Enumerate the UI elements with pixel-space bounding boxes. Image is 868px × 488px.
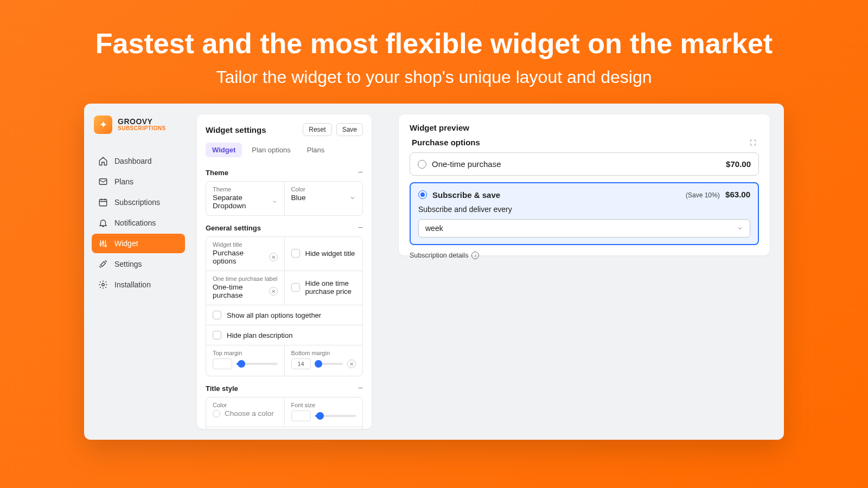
- field-label: Widget title: [213, 241, 278, 248]
- font-size-input[interactable]: [291, 410, 311, 421]
- field-label: Font size: [291, 402, 356, 408]
- bottom-margin-input[interactable]: [291, 358, 311, 369]
- interval-select[interactable]: week: [418, 219, 750, 237]
- show-all-together-checkbox[interactable]: [213, 311, 221, 319]
- clear-icon[interactable]: ✕: [269, 253, 278, 261]
- collapse-icon[interactable]: −: [358, 223, 363, 232]
- nav-label: Subscriptions: [114, 198, 160, 207]
- info-icon: i: [471, 252, 479, 259]
- chevron-down-icon: [349, 195, 356, 201]
- bottom-margin-slider[interactable]: [315, 363, 343, 365]
- tab-plan-options[interactable]: Plan options: [245, 143, 297, 157]
- collapse-icon[interactable]: −: [358, 384, 363, 393]
- svg-point-4: [105, 245, 106, 247]
- hero-title: Fastest and the most flexible widget on …: [95, 27, 773, 60]
- option-subscribe[interactable]: Subscribe & save (Save 10%) $63.00 Subsc…: [410, 182, 759, 245]
- preview-title: Widget preview: [410, 123, 469, 132]
- top-margin-slider[interactable]: [237, 363, 278, 365]
- sub-details-label: Subscription details: [410, 252, 468, 259]
- clear-icon[interactable]: ✕: [269, 287, 278, 296]
- general-panel: Widget title Purchase options ✕ Hide wid…: [206, 236, 363, 376]
- color-placeholder: Choose a color: [225, 409, 274, 418]
- field-label: Color: [213, 402, 278, 408]
- svg-point-3: [103, 242, 104, 243]
- sidebar-item-subscriptions[interactable]: Subscriptions: [92, 192, 185, 212]
- hide-plan-desc-checkbox[interactable]: [213, 331, 221, 339]
- svg-rect-1: [99, 200, 107, 206]
- purchase-options-title: Purchase options: [412, 138, 480, 147]
- expand-icon[interactable]: [749, 139, 757, 146]
- color-select[interactable]: Color Blue: [284, 182, 363, 215]
- chevron-down-icon: [737, 225, 743, 232]
- widget-title-value: Purchase options: [213, 249, 266, 265]
- top-margin-input[interactable]: [213, 358, 232, 369]
- nav-label: Dashboard: [114, 157, 152, 165]
- theme-select[interactable]: Theme Separate Dropdown: [206, 182, 284, 215]
- field-label: Top margin: [213, 350, 278, 356]
- save-button[interactable]: Save: [336, 123, 363, 136]
- nav-label: Settings: [114, 260, 142, 268]
- section-general-title: General settings: [206, 224, 261, 232]
- hero-subtitle: Tailor the widget to your shop's unique …: [95, 67, 773, 87]
- gear-icon: [98, 280, 108, 290]
- hide-one-time-price-checkbox[interactable]: [291, 283, 300, 292]
- sidebar-item-plans[interactable]: Plans: [92, 172, 185, 191]
- tools-icon: [98, 259, 108, 269]
- reset-button[interactable]: Reset: [303, 123, 331, 136]
- field-label: Theme: [213, 186, 278, 192]
- checkbox-label: Hide widget title: [305, 249, 355, 258]
- sidebar-item-notifications[interactable]: Notifications: [92, 213, 185, 233]
- nav-label: Installation: [114, 280, 151, 289]
- envelope-icon: [98, 177, 108, 187]
- title-style-panel: Color Choose a color Font size: [206, 397, 363, 429]
- theme-value: Separate Dropdown: [213, 194, 269, 210]
- field-label: Bottom margin: [291, 350, 356, 356]
- option-label: Subscribe & save: [432, 190, 500, 200]
- sidebar-item-widget[interactable]: Widget: [92, 234, 185, 253]
- clear-icon[interactable]: ✕: [347, 359, 356, 368]
- tab-plans[interactable]: Plans: [301, 143, 331, 157]
- widget-preview-card: Widget preview Purchase options One-time…: [399, 114, 770, 255]
- settings-title: Widget settings: [206, 125, 266, 134]
- svg-point-2: [100, 243, 101, 245]
- checkbox-label: Show all plan options together: [227, 311, 321, 319]
- nav-label: Notifications: [114, 219, 156, 227]
- sidebar-item-installation[interactable]: Installation: [92, 275, 185, 294]
- font-size-slider[interactable]: [315, 415, 356, 417]
- one-time-label-value: One-time purchase: [213, 283, 266, 299]
- chevron-down-icon: [272, 198, 277, 205]
- brand-name: GROOVY: [118, 118, 166, 126]
- interval-value: week: [425, 224, 443, 233]
- hide-widget-title-checkbox[interactable]: [291, 249, 300, 258]
- widget-settings-card: Widget settings Reset Save Widget Plan o…: [197, 114, 372, 429]
- home-icon: [98, 156, 108, 166]
- section-theme-title: Theme: [206, 169, 228, 177]
- field-label: Color: [291, 186, 356, 192]
- brand-tagline: SUBSCRIPTIONS: [118, 126, 166, 132]
- subscribe-price: $63.00: [725, 190, 750, 199]
- one-time-price: $70.00: [726, 159, 751, 169]
- one-time-label-input[interactable]: One time purchase label One-time purchas…: [206, 271, 284, 305]
- sidebar-item-dashboard[interactable]: Dashboard: [92, 151, 185, 171]
- radio-icon: [418, 160, 426, 169]
- sidebar: ✦ GROOVY SUBSCRIPTIONS Dashboard Plans S…: [84, 104, 193, 440]
- widget-title-input[interactable]: Widget title Purchase options ✕: [206, 237, 284, 271]
- nav-label: Widget: [114, 239, 138, 248]
- subscription-details-link[interactable]: Subscription details i: [410, 252, 759, 259]
- sidebar-item-settings[interactable]: Settings: [92, 254, 185, 274]
- color-swatch-icon: [213, 410, 220, 418]
- color-value: Blue: [291, 194, 306, 202]
- option-one-time[interactable]: One-time purchase $70.00: [410, 152, 759, 176]
- tab-widget[interactable]: Widget: [206, 143, 242, 157]
- svg-point-5: [102, 284, 105, 286]
- theme-panel: Theme Separate Dropdown Color Blue: [206, 181, 363, 216]
- hero: Fastest and the most flexible widget on …: [95, 0, 773, 104]
- option-label: One-time purchase: [432, 159, 501, 169]
- radio-icon: [418, 190, 427, 199]
- brand-logo: ✦ GROOVY SUBSCRIPTIONS: [92, 115, 185, 134]
- title-color-select[interactable]: Color Choose a color: [206, 397, 284, 427]
- nav-label: Plans: [114, 177, 133, 186]
- section-title-style: Title style: [206, 384, 238, 393]
- collapse-icon[interactable]: −: [358, 168, 363, 177]
- sliders-icon: [98, 239, 108, 248]
